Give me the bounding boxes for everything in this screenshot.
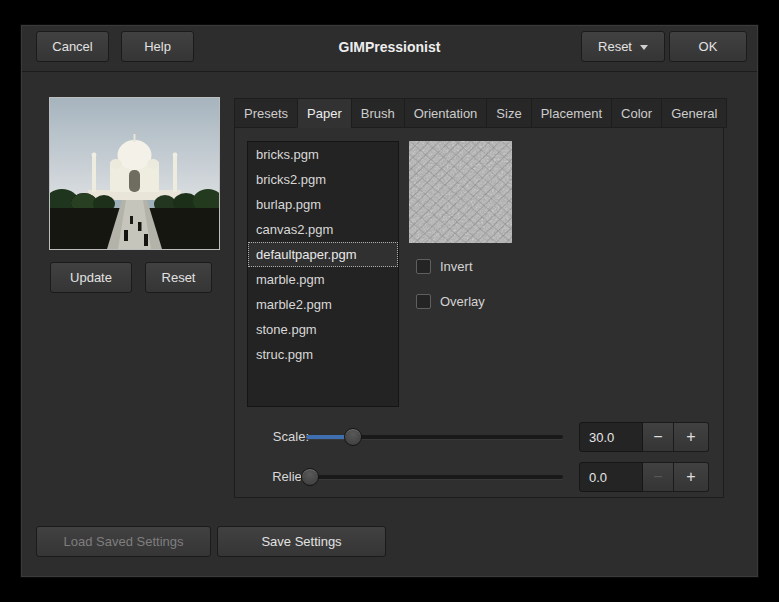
scale-value-entry[interactable]: 30.0 [579,422,643,452]
tab-presets[interactable]: Presets [234,98,297,128]
list-item[interactable]: bricks2.pgm [248,167,398,192]
list-item[interactable]: marble2.pgm [248,292,398,317]
list-item[interactable]: stone.pgm [248,317,398,342]
tab-general[interactable]: General [661,98,727,128]
reset-menu-label: Reset [598,39,632,54]
preview-reset-button[interactable]: Reset [145,262,212,293]
scale-slider-handle[interactable] [344,428,362,446]
list-item[interactable]: struc.pgm [248,342,398,367]
tab-orientation[interactable]: Orientation [404,98,487,128]
tab-placement[interactable]: Placement [531,98,611,128]
relief-label: Relief: [249,469,309,484]
scale-plus-button[interactable]: + [674,422,709,452]
relief-slider[interactable] [306,475,563,479]
list-item[interactable]: canvas2.pgm [248,217,398,242]
ok-button[interactable]: OK [669,31,747,62]
tab-size[interactable]: Size [486,98,530,128]
invert-checkbox[interactable] [416,259,431,274]
reset-menu-button[interactable]: Reset [581,31,665,62]
list-item[interactable]: marble.pgm [248,267,398,292]
relief-value-entry[interactable]: 0.0 [579,462,643,492]
list-item[interactable]: burlap.pgm [248,192,398,217]
relief-slider-handle[interactable] [301,468,319,486]
list-item[interactable]: bricks.pgm [248,142,398,167]
scale-minus-button[interactable]: − [643,422,674,452]
taj-mahal-preview-image [50,98,219,249]
tab-color[interactable]: Color [611,98,661,128]
paper-texture-preview [409,141,512,243]
gimpressionist-dialog: Cancel Help GIMPressionist Reset OK [20,24,759,578]
relief-minus-button: − [643,462,674,492]
tab-paper[interactable]: Paper [297,98,351,128]
invert-label: Invert [440,259,473,274]
screen: Cancel Help GIMPressionist Reset OK [0,0,779,602]
load-saved-settings-button: Load Saved Settings [36,526,211,557]
update-button[interactable]: Update [50,262,132,293]
relief-plus-button[interactable]: + [674,462,709,492]
header-separator [22,71,757,72]
tab-bar: Presets Paper Brush Orientation Size Pla… [234,98,727,128]
scale-label: Scale: [249,429,309,444]
save-settings-button[interactable]: Save Settings [217,526,386,557]
tab-brush[interactable]: Brush [351,98,404,128]
overlay-label: Overlay [440,294,485,309]
list-item-selected[interactable]: defaultpaper.pgm [248,242,398,267]
chevron-down-icon [640,45,648,50]
overlay-checkbox[interactable] [416,294,431,309]
image-preview [49,97,220,250]
paper-file-list[interactable]: bricks.pgm bricks2.pgm burlap.pgm canvas… [247,141,399,407]
